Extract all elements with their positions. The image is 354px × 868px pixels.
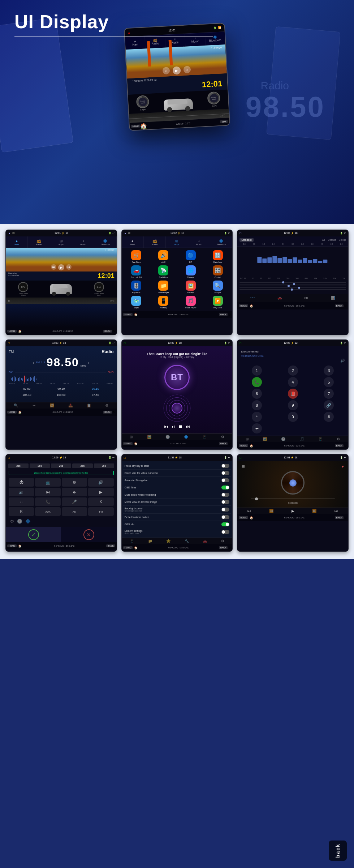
- eq-slider-5[interactable]: [239, 289, 346, 290]
- prev-icon[interactable]: ⏮: [35, 488, 60, 496]
- gear-icon-s[interactable]: ⚙: [10, 519, 14, 524]
- back-icon-1[interactable]: ↻: [113, 330, 115, 333]
- phone-icon-s[interactable]: 📞: [35, 497, 60, 506]
- freq-106[interactable]: 106.10: [10, 392, 44, 398]
- bt-next-btn[interactable]: ⏭: [186, 424, 190, 429]
- back-btn-1[interactable]: BACK: [103, 330, 112, 333]
- fm-label-btn[interactable]: FM: [88, 507, 113, 516]
- home-btn-4[interactable]: HOME: [7, 411, 17, 414]
- nav-apps-1[interactable]: ⊞Apps: [50, 236, 72, 248]
- eq-default-label[interactable]: Default: [328, 239, 336, 241]
- home-icon-2[interactable]: 🏠: [134, 313, 138, 316]
- back-icon-btn-5[interactable]: ↻: [228, 442, 231, 445]
- back-icon-btn-2[interactable]: ↻: [228, 313, 231, 316]
- freq-next-btn[interactable]: ›: [88, 360, 90, 365]
- nav-radio-2[interactable]: 📻Radio: [144, 236, 166, 248]
- dial-contacts-btn[interactable]: 🔗: [324, 400, 334, 410]
- home-icon-8[interactable]: 🏠: [134, 546, 138, 550]
- back-icon-3[interactable]: ↻: [344, 304, 347, 308]
- vol-up-icon[interactable]: 🔊: [88, 478, 113, 487]
- app-gallery[interactable]: 🖼️ Gallery: [178, 281, 203, 294]
- back-icon-btn-6[interactable]: ↻: [344, 444, 347, 448]
- toggle-3[interactable]: [221, 478, 229, 482]
- vol-down-icon[interactable]: 🔉: [9, 488, 34, 496]
- tool-icon-s[interactable]: 🔧: [185, 539, 189, 543]
- app-mozilay[interactable]: 📱 mozilay: [151, 296, 176, 309]
- back-btn-4[interactable]: BACK: [103, 411, 112, 414]
- wave-icon[interactable]: 〰: [32, 403, 36, 407]
- search-icon[interactable]: 🔍: [14, 403, 18, 407]
- eq-wave-icon[interactable]: 〰: [250, 296, 255, 301]
- freq-98[interactable]: 98.10: [79, 386, 112, 392]
- grid-icon-2[interactable]: ⊞: [246, 437, 249, 441]
- prev-mini[interactable]: ⏮: [51, 264, 56, 270]
- clock-icon-2[interactable]: 🕐: [281, 437, 285, 441]
- list-icon[interactable]: 📋: [87, 403, 91, 407]
- play-btn[interactable]: ▶: [173, 66, 181, 74]
- home-btn-8[interactable]: HOME: [123, 546, 133, 549]
- bluetooth-icon-s[interactable]: 🔷: [25, 519, 31, 524]
- dial-back-btn[interactable]: ↩: [252, 423, 262, 433]
- home-btn-7[interactable]: HOME: [7, 544, 17, 547]
- home-button[interactable]: HOME: [131, 124, 141, 128]
- home-icon[interactable]: 🏠: [141, 123, 147, 129]
- display-icon[interactable]: 📺: [35, 478, 60, 487]
- next-icon-s[interactable]: ⏭: [62, 488, 87, 496]
- mode-icon[interactable]: ↔: [9, 497, 34, 506]
- dial-4[interactable]: 4: [288, 377, 298, 387]
- eq-all-label[interactable]: All: [322, 239, 325, 241]
- app-music[interactable]: 🎵 Music Player: [178, 296, 203, 309]
- toggle-6[interactable]: [221, 500, 229, 504]
- gear-icon-s2[interactable]: ⚙: [221, 539, 224, 543]
- img-icon[interactable]: 🖼️: [147, 435, 151, 439]
- progress-bar[interactable]: [251, 499, 335, 499]
- next-btn[interactable]: ⏭: [183, 66, 191, 73]
- star-icon-s[interactable]: ⭐: [166, 539, 170, 543]
- dial-8[interactable]: 8: [252, 400, 262, 410]
- home-btn-2[interactable]: HOME: [123, 313, 133, 316]
- clock-icon-s[interactable]: 🕐: [17, 519, 22, 524]
- dial-end-btn[interactable]: 📕: [288, 389, 298, 399]
- eq-setup-label[interactable]: Set up: [339, 239, 346, 241]
- dial-9[interactable]: 9: [288, 400, 298, 410]
- menu-icon-m[interactable]: ☰: [242, 465, 245, 469]
- export-icon[interactable]: 📤: [68, 403, 73, 407]
- nav-bt-1[interactable]: 🔷Bluetooth: [94, 236, 116, 248]
- dial-call-btn[interactable]: 📞: [252, 377, 262, 387]
- dial-3[interactable]: 3: [324, 365, 334, 376]
- back-icon-btn-4[interactable]: ↻: [113, 411, 115, 414]
- gear-icon[interactable]: ⚙: [105, 403, 108, 407]
- nav-music-1[interactable]: ♪Music: [72, 236, 94, 248]
- play-icon-s[interactable]: ▶: [88, 488, 113, 496]
- rewind-icon[interactable]: ⏪: [269, 509, 273, 513]
- app-carblink[interactable]: 📡 CarbilLink: [151, 265, 176, 278]
- back-btn-6[interactable]: BACK: [335, 444, 344, 447]
- loop-icon[interactable]: 🔁: [50, 403, 54, 407]
- eq-slider-3[interactable]: [239, 286, 346, 286]
- back-icon-btn-9[interactable]: ↻: [344, 516, 347, 519]
- back-btn-5[interactable]: BACK: [219, 442, 228, 445]
- heart-icon[interactable]: ♥: [342, 465, 344, 469]
- home-icon-6[interactable]: 🏠: [250, 444, 253, 448]
- play-mini[interactable]: ▶: [58, 264, 64, 270]
- app-maps[interactable]: 🗺️ Maps: [124, 296, 149, 309]
- home-btn-9[interactable]: HOME: [239, 516, 248, 519]
- toggle-2[interactable]: [221, 471, 229, 475]
- app-playstore[interactable]: ▶️ Play Store: [205, 296, 230, 309]
- app-calc[interactable]: 🔢 Calculator: [205, 250, 230, 263]
- play-icon-m[interactable]: ▶: [292, 509, 294, 513]
- bt-prev-btn[interactable]: ⏮: [164, 424, 168, 429]
- bt-play-btn[interactable]: ⏯: [171, 424, 176, 429]
- k-icon-2[interactable]: K: [9, 507, 34, 516]
- file-icon-s[interactable]: 📁: [148, 539, 152, 543]
- home-btn-1[interactable]: HOME: [7, 330, 17, 333]
- app-google[interactable]: 🔍 Google: [205, 281, 230, 294]
- back-btn-8[interactable]: BACK: [219, 546, 228, 549]
- nav-navi-1[interactable]: ▲Navi: [6, 236, 28, 248]
- eq-standard-btn[interactable]: Standard: [239, 238, 253, 242]
- phone-active-icon[interactable]: 📱: [318, 437, 323, 441]
- home-icon-9[interactable]: 🏠: [250, 516, 253, 519]
- toggle-10[interactable]: [221, 530, 229, 534]
- toggle-7[interactable]: [221, 508, 229, 512]
- toggle-4[interactable]: [221, 486, 229, 489]
